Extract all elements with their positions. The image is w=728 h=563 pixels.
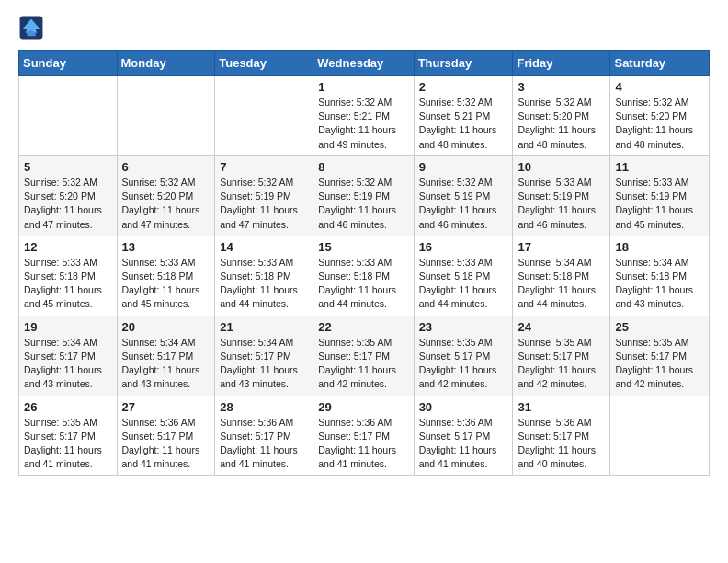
calendar-cell: 19Sunrise: 5:34 AM Sunset: 5:17 PM Dayli… (19, 316, 118, 396)
calendar-cell: 31Sunrise: 5:36 AM Sunset: 5:17 PM Dayli… (513, 396, 610, 476)
day-number: 28 (220, 400, 308, 414)
calendar-cell: 11Sunrise: 5:33 AM Sunset: 5:19 PM Dayli… (610, 155, 710, 236)
day-info: Sunrise: 5:32 AM Sunset: 5:20 PM Dayligh… (122, 176, 210, 232)
day-info: Sunrise: 5:32 AM Sunset: 5:20 PM Dayligh… (615, 96, 704, 152)
calendar-cell: 13Sunrise: 5:33 AM Sunset: 5:18 PM Dayli… (117, 236, 215, 316)
calendar-cell (19, 76, 118, 156)
day-number: 25 (615, 320, 704, 334)
calendar-cell: 21Sunrise: 5:34 AM Sunset: 5:17 PM Dayli… (215, 316, 313, 396)
calendar-cell: 9Sunrise: 5:32 AM Sunset: 5:19 PM Daylig… (414, 155, 513, 236)
day-number: 22 (318, 320, 408, 334)
calendar-cell: 25Sunrise: 5:35 AM Sunset: 5:17 PM Dayli… (610, 316, 710, 396)
day-info: Sunrise: 5:35 AM Sunset: 5:17 PM Dayligh… (419, 336, 508, 392)
day-number: 26 (24, 400, 112, 414)
day-info: Sunrise: 5:34 AM Sunset: 5:18 PM Dayligh… (615, 256, 704, 312)
day-info: Sunrise: 5:32 AM Sunset: 5:21 PM Dayligh… (419, 96, 508, 152)
calendar-day-header: Tuesday (215, 51, 313, 76)
day-info: Sunrise: 5:32 AM Sunset: 5:19 PM Dayligh… (419, 176, 508, 232)
calendar-cell (215, 76, 313, 156)
calendar-cell: 8Sunrise: 5:32 AM Sunset: 5:19 PM Daylig… (313, 155, 414, 236)
calendar-cell: 10Sunrise: 5:33 AM Sunset: 5:19 PM Dayli… (513, 155, 610, 236)
day-info: Sunrise: 5:33 AM Sunset: 5:18 PM Dayligh… (122, 256, 210, 312)
calendar-day-header: Monday (117, 51, 215, 76)
calendar-cell: 5Sunrise: 5:32 AM Sunset: 5:20 PM Daylig… (19, 155, 118, 236)
calendar-cell: 14Sunrise: 5:33 AM Sunset: 5:18 PM Dayli… (215, 236, 313, 316)
calendar-cell: 17Sunrise: 5:34 AM Sunset: 5:18 PM Dayli… (513, 236, 610, 316)
day-number: 18 (615, 240, 704, 254)
day-info: Sunrise: 5:35 AM Sunset: 5:17 PM Dayligh… (24, 416, 112, 472)
calendar-cell: 30Sunrise: 5:36 AM Sunset: 5:17 PM Dayli… (414, 396, 513, 476)
day-number: 7 (220, 160, 308, 174)
day-number: 27 (122, 400, 210, 414)
calendar-cell: 1Sunrise: 5:32 AM Sunset: 5:21 PM Daylig… (313, 76, 414, 156)
calendar-cell: 27Sunrise: 5:36 AM Sunset: 5:17 PM Dayli… (117, 396, 215, 476)
day-info: Sunrise: 5:33 AM Sunset: 5:19 PM Dayligh… (615, 176, 704, 232)
day-info: Sunrise: 5:34 AM Sunset: 5:18 PM Dayligh… (518, 256, 605, 312)
day-info: Sunrise: 5:35 AM Sunset: 5:17 PM Dayligh… (518, 336, 605, 392)
calendar-cell: 7Sunrise: 5:32 AM Sunset: 5:19 PM Daylig… (215, 155, 313, 236)
day-number: 4 (615, 80, 704, 94)
calendar-cell: 6Sunrise: 5:32 AM Sunset: 5:20 PM Daylig… (117, 155, 215, 236)
day-number: 8 (318, 160, 408, 174)
day-number: 20 (122, 320, 210, 334)
day-info: Sunrise: 5:34 AM Sunset: 5:17 PM Dayligh… (24, 336, 112, 392)
calendar-cell: 29Sunrise: 5:36 AM Sunset: 5:17 PM Dayli… (313, 396, 414, 476)
calendar-day-header: Sunday (19, 51, 118, 76)
day-number: 15 (318, 240, 408, 254)
day-info: Sunrise: 5:35 AM Sunset: 5:17 PM Dayligh… (615, 336, 704, 392)
day-number: 12 (24, 240, 112, 254)
day-info: Sunrise: 5:32 AM Sunset: 5:20 PM Dayligh… (24, 176, 112, 232)
calendar-cell (610, 396, 710, 476)
calendar-cell (117, 76, 215, 156)
day-info: Sunrise: 5:33 AM Sunset: 5:18 PM Dayligh… (24, 256, 112, 312)
day-info: Sunrise: 5:34 AM Sunset: 5:17 PM Dayligh… (220, 336, 308, 392)
calendar-day-header: Saturday (610, 51, 710, 76)
day-number: 17 (518, 240, 605, 254)
calendar-cell: 18Sunrise: 5:34 AM Sunset: 5:18 PM Dayli… (610, 236, 710, 316)
calendar-day-header: Wednesday (313, 51, 414, 76)
day-info: Sunrise: 5:36 AM Sunset: 5:17 PM Dayligh… (518, 416, 605, 472)
day-number: 29 (318, 400, 408, 414)
day-number: 2 (419, 80, 508, 94)
day-number: 19 (24, 320, 112, 334)
day-info: Sunrise: 5:32 AM Sunset: 5:19 PM Dayligh… (318, 176, 408, 232)
calendar-cell: 15Sunrise: 5:33 AM Sunset: 5:18 PM Dayli… (313, 236, 414, 316)
calendar-cell: 12Sunrise: 5:33 AM Sunset: 5:18 PM Dayli… (19, 236, 118, 316)
day-number: 6 (122, 160, 210, 174)
calendar-cell: 23Sunrise: 5:35 AM Sunset: 5:17 PM Dayli… (414, 316, 513, 396)
calendar-header-row: SundayMondayTuesdayWednesdayThursdayFrid… (19, 51, 710, 76)
day-info: Sunrise: 5:36 AM Sunset: 5:17 PM Dayligh… (122, 416, 210, 472)
day-info: Sunrise: 5:36 AM Sunset: 5:17 PM Dayligh… (318, 416, 408, 472)
calendar-cell: 2Sunrise: 5:32 AM Sunset: 5:21 PM Daylig… (414, 76, 513, 156)
calendar-cell: 3Sunrise: 5:32 AM Sunset: 5:20 PM Daylig… (513, 76, 610, 156)
calendar-cell: 22Sunrise: 5:35 AM Sunset: 5:17 PM Dayli… (313, 316, 414, 396)
day-number: 11 (615, 160, 704, 174)
calendar-week-row: 19Sunrise: 5:34 AM Sunset: 5:17 PM Dayli… (19, 316, 710, 396)
day-info: Sunrise: 5:36 AM Sunset: 5:17 PM Dayligh… (220, 416, 308, 472)
day-info: Sunrise: 5:33 AM Sunset: 5:18 PM Dayligh… (318, 256, 408, 312)
day-number: 14 (220, 240, 308, 254)
calendar-week-row: 26Sunrise: 5:35 AM Sunset: 5:17 PM Dayli… (19, 396, 710, 476)
day-info: Sunrise: 5:32 AM Sunset: 5:19 PM Dayligh… (220, 176, 308, 232)
day-number: 1 (318, 80, 408, 94)
logo-icon (18, 15, 44, 40)
day-number: 24 (518, 320, 605, 334)
day-info: Sunrise: 5:34 AM Sunset: 5:17 PM Dayligh… (122, 336, 210, 392)
day-info: Sunrise: 5:33 AM Sunset: 5:18 PM Dayligh… (419, 256, 508, 312)
day-number: 21 (220, 320, 308, 334)
day-number: 31 (518, 400, 605, 414)
day-info: Sunrise: 5:33 AM Sunset: 5:18 PM Dayligh… (220, 256, 308, 312)
calendar-week-row: 1Sunrise: 5:32 AM Sunset: 5:21 PM Daylig… (19, 76, 710, 156)
calendar-cell: 4Sunrise: 5:32 AM Sunset: 5:20 PM Daylig… (610, 76, 710, 156)
day-number: 30 (419, 400, 508, 414)
calendar-day-header: Thursday (414, 51, 513, 76)
calendar-day-header: Friday (513, 51, 610, 76)
calendar-cell: 28Sunrise: 5:36 AM Sunset: 5:17 PM Dayli… (215, 396, 313, 476)
calendar-week-row: 12Sunrise: 5:33 AM Sunset: 5:18 PM Dayli… (19, 236, 710, 316)
day-info: Sunrise: 5:35 AM Sunset: 5:17 PM Dayligh… (318, 336, 408, 392)
calendar-cell: 20Sunrise: 5:34 AM Sunset: 5:17 PM Dayli… (117, 316, 215, 396)
day-number: 3 (518, 80, 605, 94)
day-info: Sunrise: 5:36 AM Sunset: 5:17 PM Dayligh… (419, 416, 508, 472)
day-info: Sunrise: 5:32 AM Sunset: 5:20 PM Dayligh… (518, 96, 605, 152)
day-number: 9 (419, 160, 508, 174)
